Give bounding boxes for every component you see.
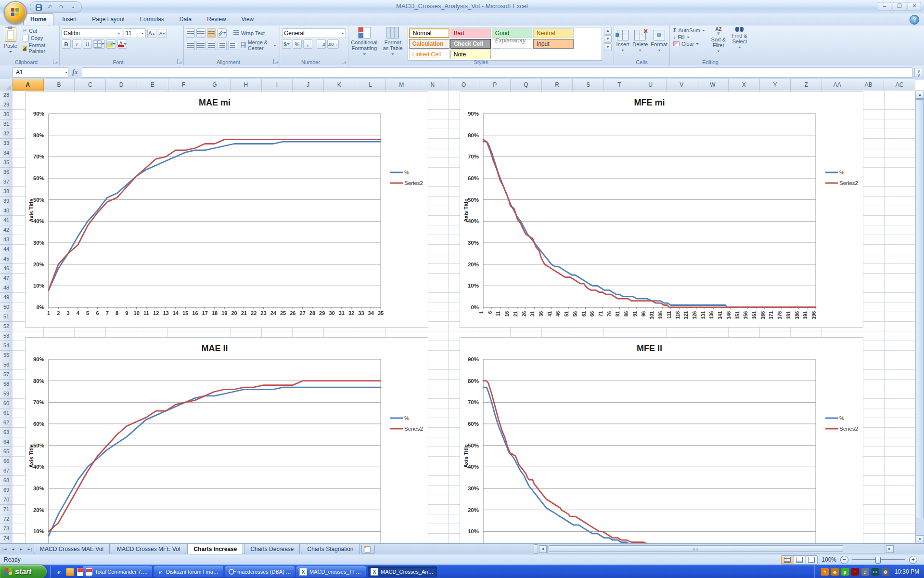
copy-button[interactable]: Copy bbox=[21, 34, 57, 42]
alignment-dialog-launcher[interactable] bbox=[273, 59, 278, 64]
row-header-37[interactable]: 37 bbox=[0, 177, 13, 187]
row-header-36[interactable]: 36 bbox=[0, 168, 13, 177]
tab-review[interactable]: Review bbox=[200, 14, 232, 25]
task-macd-crosses-anal[interactable]: XMACD_Crosses_Anal... bbox=[368, 566, 437, 577]
row-header-32[interactable]: 32 bbox=[0, 129, 13, 139]
insert-function-button[interactable]: fx bbox=[68, 68, 82, 76]
column-header-ac[interactable]: AC bbox=[884, 79, 915, 91]
column-header-d[interactable]: D bbox=[106, 79, 137, 91]
column-header-x[interactable]: X bbox=[729, 79, 760, 91]
column-header-s[interactable]: S bbox=[573, 79, 604, 91]
gallery-more-button[interactable]: ▼ bbox=[604, 43, 612, 51]
clipboard-dialog-launcher[interactable] bbox=[53, 59, 58, 64]
style-check-cell[interactable]: Check Cell bbox=[450, 39, 491, 49]
row-header-46[interactable]: 46 bbox=[0, 264, 13, 274]
orientation-button[interactable]: ab bbox=[218, 28, 227, 38]
row-header-54[interactable]: 54 bbox=[0, 341, 13, 351]
increase-decimal-button[interactable]: ←.0 bbox=[317, 39, 326, 49]
network-meter-icon[interactable]: ≡ bbox=[851, 568, 859, 576]
row-header-47[interactable]: 47 bbox=[0, 274, 13, 283]
find-select-button[interactable]: Find &Select bbox=[731, 27, 749, 58]
select-all-corner[interactable] bbox=[0, 79, 13, 91]
decrease-indent-button[interactable] bbox=[218, 41, 227, 50]
row-header-49[interactable]: 49 bbox=[0, 293, 13, 302]
settings-icon[interactable]: ⊛ bbox=[882, 568, 889, 576]
row-header-34[interactable]: 34 bbox=[0, 148, 13, 158]
style-calculation[interactable]: Calculation bbox=[409, 39, 449, 49]
gold-app-icon[interactable]: ◆ bbox=[831, 568, 839, 576]
row-header-74[interactable]: 74 bbox=[0, 534, 13, 543]
name-box[interactable]: A1 bbox=[13, 67, 68, 78]
column-header-m[interactable]: M bbox=[386, 79, 417, 91]
hscroll-left-button[interactable]: ◄ bbox=[539, 545, 547, 553]
row-header-51[interactable]: 51 bbox=[0, 312, 13, 322]
vertical-scrollbar[interactable]: ▲ ▼ bbox=[915, 91, 924, 543]
align-middle-button[interactable] bbox=[196, 28, 205, 38]
border-button[interactable] bbox=[93, 39, 105, 49]
align-right-button[interactable] bbox=[207, 41, 216, 50]
style-good[interactable]: Good bbox=[492, 28, 532, 38]
font-dialog-launcher[interactable] bbox=[177, 59, 182, 64]
lightning-icon[interactable]: ϟ bbox=[821, 568, 829, 576]
format-as-table-button[interactable]: Formatas Table bbox=[379, 27, 406, 58]
office-button[interactable] bbox=[4, 1, 27, 24]
number-format-select[interactable]: General bbox=[282, 28, 346, 38]
sheet-tab-macd-crosses-mae-vol[interactable]: MACD Crosses MAE Vol bbox=[34, 544, 110, 554]
increase-indent-button[interactable] bbox=[228, 41, 237, 50]
scroll-down-button[interactable]: ▼ bbox=[916, 535, 924, 543]
tab-view[interactable]: View bbox=[234, 14, 260, 25]
row-header-67[interactable]: 67 bbox=[0, 466, 13, 476]
chart-mae-mi[interactable]: 0%10%20%30%40%50%60%70%80%90%12345678910… bbox=[25, 92, 428, 328]
cut-button[interactable]: ✂Cut bbox=[21, 27, 57, 34]
row-header-56[interactable]: 56 bbox=[0, 360, 13, 370]
row-header-28[interactable]: 28 bbox=[0, 91, 13, 100]
column-header-q[interactable]: Q bbox=[511, 79, 542, 91]
sheet-tab-macd-crosses-mfe-vol[interactable]: MACD Crosses MFE Vol bbox=[111, 544, 186, 554]
paste-button[interactable]: Paste bbox=[2, 27, 19, 58]
row-header-65[interactable]: 65 bbox=[0, 447, 13, 457]
column-header-w[interactable]: W bbox=[697, 79, 729, 91]
row-header-60[interactable]: 60 bbox=[0, 399, 13, 408]
row-header-69[interactable]: 69 bbox=[0, 486, 13, 495]
formula-bar-expand-button[interactable]: ∨∨ bbox=[914, 68, 923, 77]
horizontal-scrollbar[interactable]: |||| bbox=[547, 545, 885, 553]
number-dialog-launcher[interactable] bbox=[342, 59, 346, 64]
prev-sheet-button[interactable]: ◄ bbox=[10, 546, 16, 553]
row-header-66[interactable]: 66 bbox=[0, 457, 13, 466]
internet-explorer-icon[interactable]: e bbox=[55, 568, 63, 576]
tab-page-layout[interactable]: Page Layout bbox=[85, 14, 131, 25]
hscroll-right-button[interactable]: ► bbox=[886, 545, 894, 553]
row-header-41[interactable]: 41 bbox=[0, 216, 13, 225]
clear-button[interactable]: Clear bbox=[672, 40, 706, 47]
row-header-31[interactable]: 31 bbox=[0, 119, 13, 129]
task-macdcrosses-dba-o[interactable]: macdcrosses (DBA) o... bbox=[225, 566, 295, 577]
row-header-58[interactable]: 58 bbox=[0, 380, 13, 389]
style-linked-cell[interactable]: Linked Cell bbox=[409, 50, 449, 59]
chart-mfe-mi[interactable]: 0%10%20%30%40%50%60%70%80%90%16111621263… bbox=[460, 92, 863, 328]
page-layout-view-button[interactable] bbox=[794, 556, 806, 564]
sort-filter-button[interactable]: AZ▼ Sort &Filter bbox=[709, 27, 728, 58]
column-header-aa[interactable]: AA bbox=[822, 79, 853, 91]
conditional-formatting-button[interactable]: ConditionalFormatting bbox=[350, 27, 378, 58]
next-sheet-button[interactable]: ► bbox=[18, 546, 25, 553]
chart-mfe-li[interactable]: 0%10%20%30%40%50%60%70%80%90%MFE liAxis … bbox=[460, 337, 863, 543]
column-header-u[interactable]: U bbox=[635, 79, 667, 91]
column-header-c[interactable]: C bbox=[75, 79, 106, 91]
format-painter-button[interactable]: Format Painter bbox=[21, 42, 57, 54]
row-header-61[interactable]: 61 bbox=[0, 408, 13, 418]
column-header-o[interactable]: O bbox=[449, 79, 480, 91]
align-left-button[interactable] bbox=[186, 41, 195, 50]
row-header-71[interactable]: 71 bbox=[0, 505, 13, 514]
restore-button[interactable]: ❐ bbox=[893, 2, 906, 11]
column-header-l[interactable]: L bbox=[355, 79, 386, 91]
autosum-button[interactable]: ΣAutoSum bbox=[672, 27, 706, 34]
shrink-font-button[interactable]: A▼ bbox=[158, 29, 167, 38]
format-cells-button[interactable]: Format bbox=[651, 30, 667, 53]
column-header-z[interactable]: Z bbox=[791, 79, 822, 91]
row-header-29[interactable]: 29 bbox=[0, 100, 13, 110]
row-header-35[interactable]: 35 bbox=[0, 158, 13, 168]
zoom-slider-thumb[interactable] bbox=[875, 557, 881, 564]
worksheet-cells[interactable]: 0%10%20%30%40%50%60%70%80%90%12345678910… bbox=[13, 91, 915, 543]
zoom-level[interactable]: 100% bbox=[821, 556, 836, 563]
tab-formulas[interactable]: Formulas bbox=[133, 14, 171, 25]
